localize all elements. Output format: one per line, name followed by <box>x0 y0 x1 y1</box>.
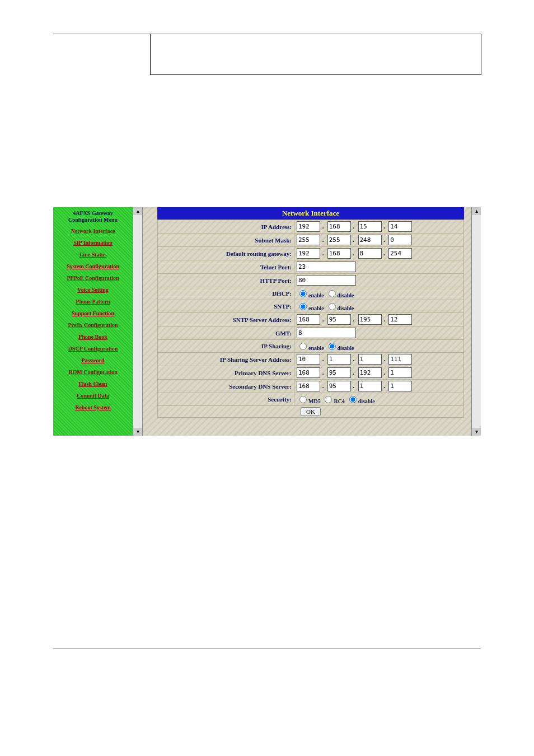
http-port-label: HTTP Port: <box>158 274 294 287</box>
main-scroll-down-icon[interactable]: ▾ <box>472 428 481 436</box>
dns2-3[interactable] <box>358 381 382 391</box>
dns2-2[interactable] <box>327 381 351 391</box>
dns1-4[interactable] <box>388 367 412 378</box>
sidebar-item-line-status[interactable]: Line Status <box>53 249 133 260</box>
sntp-addr-4[interactable] <box>388 314 412 325</box>
subnet-mask-3[interactable] <box>358 235 382 245</box>
sidebar-item-support-function[interactable]: Support Function <box>53 307 133 319</box>
dns1-1[interactable] <box>297 367 320 378</box>
sntp-server-label: SNTP Server Address: <box>158 313 294 326</box>
sidebar-title: 4AFXS Gateway Configuration Menu <box>53 208 133 225</box>
dhcp-disable-radio[interactable] <box>329 290 336 297</box>
default-gateway-label: Default routing gateway: <box>158 247 294 260</box>
sidebar-item-flash-clean[interactable]: Flash Clean <box>53 378 133 390</box>
security-md5-radio[interactable] <box>299 396 307 403</box>
ip-sharing-label: IP Sharing: <box>158 340 294 353</box>
sidebar-item-rom-configuration[interactable]: ROM Configuration <box>53 366 133 378</box>
sidebar-item-dscp-configuration[interactable]: DSCP Configuration <box>53 343 133 354</box>
sidebar-item-phone-pattern[interactable]: Phone Pattern <box>53 296 133 307</box>
subnet-mask-2[interactable] <box>327 235 351 245</box>
gateway-1[interactable] <box>297 248 320 259</box>
subnet-mask-label: Subnet Mask: <box>158 234 294 247</box>
ipsharing-enable-radio[interactable] <box>299 343 307 350</box>
ip-address-2[interactable] <box>327 221 351 232</box>
sidebar-item-network-interface[interactable]: Network Interface <box>53 225 133 237</box>
ip-address-label: IP Address: <box>158 220 294 234</box>
telnet-port-label: Telnet Port: <box>158 260 294 274</box>
http-port-input[interactable] <box>297 275 356 286</box>
sntp-addr-2[interactable] <box>327 314 351 325</box>
ipsh-addr-4[interactable] <box>388 354 412 365</box>
panel-title: Network Interface <box>157 207 464 220</box>
ip-sharing-server-label: IP Sharing Server Address: <box>158 353 294 366</box>
gateway-4[interactable] <box>388 248 412 259</box>
subnet-mask-1[interactable] <box>297 235 320 245</box>
ip-address-3[interactable] <box>358 221 382 232</box>
telnet-port-input[interactable] <box>297 262 356 272</box>
sidebar-scrollbar[interactable]: ▴ ▾ <box>133 207 143 436</box>
scroll-up-icon[interactable]: ▴ <box>133 207 142 215</box>
ipsh-addr-3[interactable] <box>358 354 382 365</box>
sidebar-item-pppoe-configuration[interactable]: PPPoE Configuration <box>53 272 133 284</box>
subnet-mask-4[interactable] <box>388 235 412 245</box>
sidebar-item-reboot-system[interactable]: Reboot System <box>53 402 133 413</box>
ip-address-4[interactable] <box>388 221 412 232</box>
sidebar-item-commit-data[interactable]: Commit Data <box>53 390 133 402</box>
dns1-2[interactable] <box>327 367 351 378</box>
sntp-addr-1[interactable] <box>297 314 320 325</box>
security-label: Security: <box>158 393 294 406</box>
dns1-3[interactable] <box>358 367 382 378</box>
security-rc4-radio[interactable] <box>325 396 332 403</box>
sidebar-item-voice-setting[interactable]: Voice Setting <box>53 284 133 296</box>
sntp-addr-3[interactable] <box>358 314 382 325</box>
scroll-down-icon[interactable]: ▾ <box>133 428 142 436</box>
ok-button[interactable]: OK <box>301 407 321 416</box>
sidebar-item-password[interactable]: Password <box>53 354 133 366</box>
secondary-dns-label: Secondary DNS Server: <box>158 380 294 393</box>
security-disable-radio[interactable] <box>349 396 357 403</box>
ipsh-addr-1[interactable] <box>297 354 320 365</box>
gmt-input[interactable] <box>297 328 356 338</box>
main-scroll-up-icon[interactable]: ▴ <box>472 207 481 215</box>
dhcp-label: DHCP: <box>158 287 294 300</box>
sidebar-item-system-configuration[interactable]: System Configuration <box>53 260 133 272</box>
gateway-3[interactable] <box>358 248 382 259</box>
ip-address-1[interactable] <box>297 221 320 232</box>
gmt-label: GMT: <box>158 326 294 340</box>
sntp-disable-radio[interactable] <box>329 303 336 310</box>
sntp-enable-radio[interactable] <box>299 303 307 310</box>
primary-dns-label: Primary DNS Server: <box>158 366 294 380</box>
sidebar: 4AFXS Gateway Configuration Menu Network… <box>53 207 133 436</box>
sidebar-item-phone-book[interactable]: Phone Book <box>53 331 133 343</box>
dhcp-enable-radio[interactable] <box>299 290 307 297</box>
dns2-1[interactable] <box>297 381 320 391</box>
ipsh-addr-2[interactable] <box>327 354 351 365</box>
ipsharing-disable-radio[interactable] <box>329 343 336 350</box>
sidebar-item-sip-information[interactable]: SIP Information <box>53 237 133 249</box>
gateway-2[interactable] <box>327 248 351 259</box>
sntp-label: SNTP: <box>158 300 294 313</box>
main-scrollbar[interactable]: ▴ ▾ <box>471 207 481 436</box>
dns2-4[interactable] <box>388 381 412 391</box>
sidebar-item-prefix-configuration[interactable]: Prefix Configuration <box>53 319 133 331</box>
